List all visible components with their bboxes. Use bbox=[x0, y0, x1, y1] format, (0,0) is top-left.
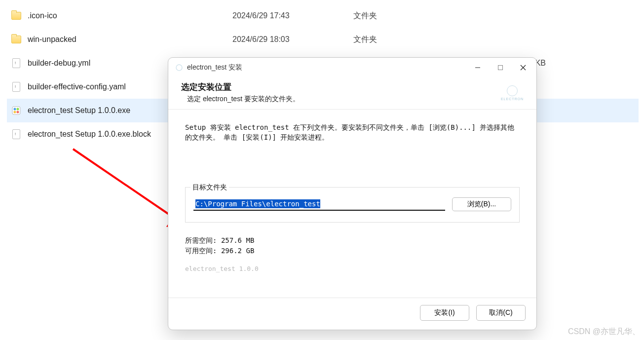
install-path-input[interactable]: C:\Program Files\electron_test bbox=[193, 198, 445, 211]
electron-icon bbox=[507, 85, 518, 96]
fieldset-legend: 目标文件夹 bbox=[190, 183, 229, 192]
svg-point-3 bbox=[14, 111, 16, 113]
file-icon: ! bbox=[11, 58, 22, 69]
file-name: .icon-ico bbox=[28, 11, 232, 20]
dialog-footer: 安装(I) 取消(C) bbox=[168, 298, 536, 330]
dialog-header: 选定安装位置 选定 electron_test 要安装的文件夹。 ELECTRO… bbox=[168, 77, 536, 110]
minimize-button[interactable] bbox=[466, 59, 489, 76]
titlebar[interactable]: electron_test 安装 bbox=[168, 58, 536, 77]
watermark: CSDN @亦世凡华、 bbox=[568, 327, 640, 337]
dialog-body: Setup 将安装 electron_test 在下列文件夹。要安装到不同文件夹… bbox=[168, 110, 536, 298]
space-info: 所需空间: 257.6 MB 可用空间: 296.2 GB bbox=[185, 235, 520, 256]
maximize-button[interactable] bbox=[489, 59, 512, 76]
svg-point-2 bbox=[17, 108, 19, 111]
space-available-value: 296.2 GB bbox=[221, 247, 254, 255]
space-required-label: 所需空间: bbox=[185, 236, 217, 244]
brand-logo: ELECTRON bbox=[501, 81, 524, 104]
app-icon bbox=[175, 64, 183, 72]
footer-brand: electron_test 1.0.0 bbox=[185, 265, 520, 272]
folder-icon bbox=[11, 34, 22, 45]
header-title: 选定安装位置 bbox=[181, 81, 300, 93]
destination-fieldset: 目标文件夹 C:\Program Files\electron_test 浏览(… bbox=[185, 187, 520, 223]
file-date: 2024/6/29 17:43 bbox=[232, 11, 353, 20]
svg-point-1 bbox=[14, 108, 16, 111]
exe-icon bbox=[11, 105, 22, 116]
browse-button[interactable]: 浏览(B)... bbox=[452, 197, 511, 211]
folder-icon bbox=[11, 10, 22, 21]
space-available-label: 可用空间: bbox=[185, 247, 217, 255]
close-button[interactable] bbox=[512, 59, 534, 76]
file-type: 文件夹 bbox=[353, 11, 487, 21]
svg-point-4 bbox=[17, 111, 19, 113]
file-date: 2024/6/29 18:03 bbox=[232, 35, 353, 44]
space-required-value: 257.6 MB bbox=[221, 236, 254, 244]
header-subtitle: 选定 electron_test 要安装的文件夹。 bbox=[187, 95, 300, 104]
file-row[interactable]: win-unpacked2024/6/29 18:03文件夹 bbox=[7, 28, 639, 51]
svg-rect-0 bbox=[12, 107, 20, 114]
install-button[interactable]: 安装(I) bbox=[420, 305, 469, 321]
instruction-text: Setup 将安装 electron_test 在下列文件夹。要安装到不同文件夹… bbox=[185, 122, 520, 143]
cancel-button[interactable]: 取消(C) bbox=[476, 305, 526, 321]
file-row[interactable]: .icon-ico2024/6/29 17:43文件夹 bbox=[7, 4, 639, 28]
file-type: 文件夹 bbox=[353, 35, 487, 45]
file-icon: ! bbox=[11, 81, 22, 92]
window-title: electron_test 安装 bbox=[187, 63, 466, 72]
svg-point-6 bbox=[176, 65, 182, 71]
file-name: win-unpacked bbox=[28, 35, 232, 44]
svg-rect-8 bbox=[498, 66, 503, 70]
installer-dialog: electron_test 安装 选定安装位置 选定 electron_test… bbox=[168, 57, 537, 330]
file-icon: ! bbox=[11, 129, 22, 140]
